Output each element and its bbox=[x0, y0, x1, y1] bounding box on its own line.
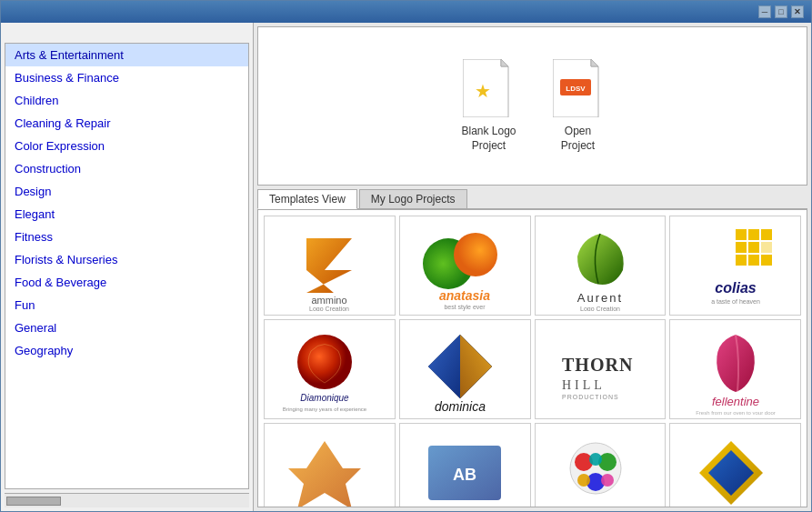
svg-rect-21 bbox=[736, 255, 747, 266]
sidebar-horizontal-scrollbar[interactable] bbox=[5, 493, 249, 507]
svg-rect-16 bbox=[736, 229, 747, 240]
svg-text:THORN: THORN bbox=[562, 355, 633, 375]
svg-text:best style ever: best style ever bbox=[445, 304, 486, 311]
svg-point-27 bbox=[297, 335, 352, 389]
top-section: ★ Blank LogoProject LDSV bbox=[257, 26, 807, 186]
blank-logo-label: Blank LogoProject bbox=[461, 125, 516, 153]
svg-text:anatasia: anatasia bbox=[439, 288, 490, 303]
maximize-button[interactable]: □ bbox=[775, 5, 787, 18]
svg-point-50 bbox=[589, 453, 602, 466]
svg-text:Bringing many years of experie: Bringing many years of experience bbox=[283, 407, 367, 412]
svg-rect-24 bbox=[761, 242, 772, 253]
svg-marker-7 bbox=[306, 238, 352, 293]
sidebar-item-color[interactable]: Color Expression bbox=[5, 135, 248, 157]
template-diamonique[interactable]: Diamonique Bringing many years of experi… bbox=[264, 319, 396, 419]
svg-text:HILL: HILL bbox=[562, 378, 606, 392]
svg-rect-23 bbox=[761, 255, 772, 266]
sidebar-item-fitness[interactable]: Fitness bbox=[5, 226, 248, 248]
svg-text:Logo Creation: Logo Creation bbox=[309, 306, 349, 311]
svg-text:PRODUCTIONS: PRODUCTIONS bbox=[562, 394, 619, 400]
sidebar-item-food[interactable]: Food & Beverage bbox=[5, 271, 248, 294]
minimize-button[interactable]: ─ bbox=[758, 5, 771, 18]
template-thornhill[interactable]: THORN HILL PRODUCTIONS bbox=[535, 319, 667, 419]
template-grid: ammino Logo Creation bbox=[258, 210, 807, 507]
sidebar-item-geography[interactable]: Geography bbox=[5, 339, 248, 362]
svg-rect-18 bbox=[761, 229, 772, 240]
sidebar-item-elegant[interactable]: Elegant bbox=[5, 203, 248, 226]
svg-marker-4 bbox=[591, 59, 598, 66]
sidebar-item-general[interactable]: General bbox=[5, 316, 248, 339]
sidebar-title bbox=[1, 23, 253, 43]
sidebar-item-fun[interactable]: Fun bbox=[5, 294, 248, 316]
svg-rect-22 bbox=[748, 255, 759, 266]
svg-point-11 bbox=[454, 233, 497, 276]
template-logo12[interactable] bbox=[669, 423, 801, 507]
svg-text:AB: AB bbox=[453, 466, 476, 484]
sidebar-item-arts[interactable]: Arts & Entertainment bbox=[5, 44, 248, 66]
svg-text:Diamonique: Diamonique bbox=[301, 393, 350, 403]
svg-rect-19 bbox=[736, 242, 747, 253]
sidebar-item-construction[interactable]: Construction bbox=[5, 157, 248, 180]
template-colias[interactable]: colias a taste of heaven bbox=[669, 216, 801, 316]
svg-text:★: ★ bbox=[475, 81, 491, 101]
svg-marker-1 bbox=[501, 59, 508, 66]
svg-text:Logo Creation: Logo Creation bbox=[580, 306, 620, 311]
category-list-container: Arts & EntertainmentBusiness & FinanceCh… bbox=[5, 43, 249, 489]
sidebar-item-design[interactable]: Design bbox=[5, 180, 248, 203]
template-ammino[interactable]: ammino Logo Creation bbox=[264, 216, 396, 316]
svg-text:Fresh from our oven to your do: Fresh from our oven to your door bbox=[696, 410, 776, 415]
template-anatasia[interactable]: anatasia best style ever bbox=[399, 216, 531, 316]
blank-logo-icon: ★ bbox=[463, 59, 514, 117]
svg-point-49 bbox=[601, 474, 614, 487]
main-window: ─ □ ✕ Arts & EntertainmentBusiness & Fin… bbox=[0, 0, 812, 512]
svg-marker-34 bbox=[428, 335, 460, 398]
template-aurent[interactable]: Aurent Logo Creation bbox=[535, 216, 667, 316]
tabs-bar: Templates View My Logo Projects bbox=[254, 189, 811, 208]
svg-marker-41 bbox=[288, 441, 361, 507]
svg-text:dominica: dominica bbox=[435, 399, 486, 414]
template-grid-container: ammino Logo Creation bbox=[257, 209, 807, 507]
template-logo11[interactable] bbox=[535, 423, 667, 507]
template-fellentine[interactable]: fellentine Fresh from our oven to your d… bbox=[669, 319, 801, 419]
open-project-icon: LDSV bbox=[553, 59, 604, 117]
open-project-item[interactable]: LDSV OpenProject bbox=[553, 59, 604, 153]
sidebar-item-cleaning[interactable]: Cleaning & Repair bbox=[5, 112, 248, 135]
svg-rect-17 bbox=[748, 229, 759, 240]
svg-rect-20 bbox=[748, 242, 759, 253]
window-controls: ─ □ ✕ bbox=[758, 5, 804, 18]
template-dominica[interactable]: dominica bbox=[399, 319, 531, 419]
svg-text:LDSV: LDSV bbox=[566, 85, 586, 93]
tab-mylogos[interactable]: My Logo Projects bbox=[359, 189, 467, 208]
close-button[interactable]: ✕ bbox=[791, 5, 804, 18]
title-bar: ─ □ ✕ bbox=[1, 1, 811, 23]
svg-text:Aurent: Aurent bbox=[577, 291, 623, 305]
tab-templates[interactable]: Templates View bbox=[257, 189, 357, 209]
sidebar-item-business[interactable]: Business & Finance bbox=[5, 66, 248, 89]
svg-point-48 bbox=[577, 474, 590, 487]
template-logo10[interactable]: AB bbox=[399, 423, 531, 507]
sidebar-item-florists[interactable]: Florists & Nurseries bbox=[5, 248, 248, 271]
sidebar: Arts & EntertainmentBusiness & FinanceCh… bbox=[1, 23, 254, 511]
sidebar-item-children[interactable]: Children bbox=[5, 89, 248, 112]
right-panel: ★ Blank LogoProject LDSV bbox=[254, 23, 811, 511]
svg-text:ammino: ammino bbox=[312, 295, 347, 306]
template-logo9[interactable] bbox=[264, 423, 396, 507]
svg-text:fellentine: fellentine bbox=[712, 395, 759, 408]
svg-marker-33 bbox=[460, 335, 492, 398]
main-content: Arts & EntertainmentBusiness & FinanceCh… bbox=[1, 23, 811, 511]
blank-logo-item[interactable]: ★ Blank LogoProject bbox=[461, 59, 516, 153]
open-project-label: OpenProject bbox=[561, 125, 595, 153]
svg-text:colias: colias bbox=[715, 280, 756, 296]
category-list: Arts & EntertainmentBusiness & FinanceCh… bbox=[5, 44, 248, 488]
svg-text:a taste of heaven: a taste of heaven bbox=[711, 298, 760, 305]
